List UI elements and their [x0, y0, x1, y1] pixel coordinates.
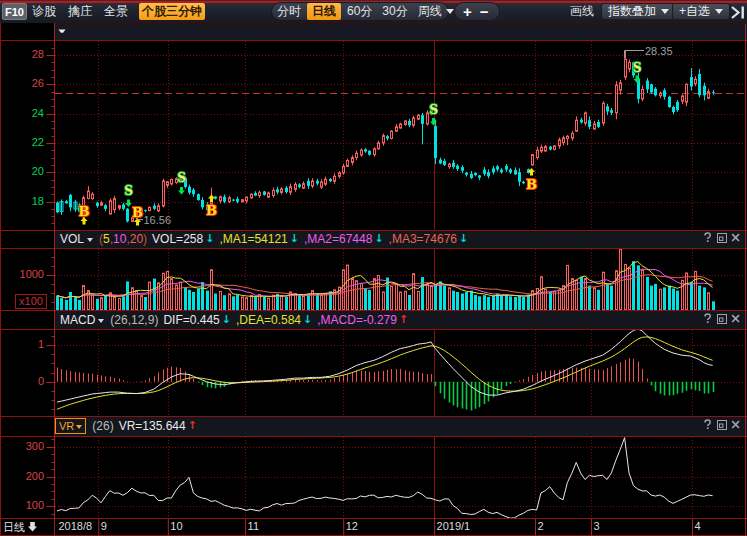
indicator-value: ,DEA=0.584 [236, 313, 301, 327]
price-annotation: 16.56 [144, 214, 172, 226]
sell-signal-letter: S [429, 103, 438, 117]
trend-arrow-icon: ↑ [188, 419, 197, 432]
buy-signal-letter: B [79, 204, 90, 219]
help-icon[interactable] [703, 315, 713, 326]
chevron-down-icon [98, 319, 104, 323]
date-axis-label: 4 [695, 520, 701, 532]
volume-unit-label: x100 [15, 294, 47, 309]
top-toolbar: F10 诊股 擒庄 全景 个股三分钟 分时 日线 60分 30分 周线 + − … [0, 0, 747, 23]
vol-pane-icons [699, 232, 741, 245]
vr-axis-label: 300 [14, 440, 44, 452]
sell-signal-letter: S [124, 184, 133, 198]
price-axis-label: 24 [14, 107, 44, 119]
close-icon[interactable] [731, 234, 741, 245]
price-annotation: 28.35 [645, 45, 673, 57]
chart-canvas: BSBSBSBS [0, 0, 747, 536]
date-axis-label: 2 [538, 520, 544, 532]
date-axis-label: 12 [346, 520, 358, 532]
macd-axis-label: 1 [14, 338, 44, 350]
zoom-in-button[interactable]: + [455, 3, 476, 20]
macd-axis-label: 0 [14, 375, 44, 387]
arrow-down-icon [27, 521, 38, 532]
chevron-down-icon [76, 425, 82, 429]
buy-signal-letter: B [132, 205, 143, 220]
period-label: 日线 [3, 520, 38, 535]
trend-arrow-icon: ↓ [374, 232, 383, 245]
macd-pane-header: MACD(26,12,9)DIF=0.445↓,DEA=0.584↓,MACD=… [60, 312, 408, 328]
macd-pane-icons [699, 313, 741, 326]
maximize-icon[interactable] [717, 315, 727, 326]
price-axis-label: 28 [14, 48, 44, 60]
close-icon[interactable] [731, 421, 741, 432]
volume-axis-label: 1000 [14, 268, 44, 280]
menu-panorama[interactable]: 全景 [104, 3, 128, 20]
draw-line-button[interactable]: 画线 [570, 3, 594, 20]
trend-arrow-icon: ↓ [222, 313, 231, 326]
chevron-down-icon [661, 9, 669, 14]
indicator-value: ,MA3=74676 [389, 232, 457, 246]
date-axis-label: 2018/8 [59, 520, 93, 532]
vr-axis-label: 200 [14, 470, 44, 482]
indicator-params: 5 [103, 232, 110, 246]
tab-60min[interactable]: 60分 [342, 3, 377, 20]
tab-daily-kline[interactable]: 日线 [307, 3, 341, 20]
vol-pane-header: VOL(5,10,20)VOL=258↓,MA1=54121↓,MA2=6744… [60, 231, 468, 247]
trend-arrow-icon: ↓ [303, 313, 312, 326]
indicator-value: ,MA1=54121 [219, 232, 287, 246]
help-icon[interactable] [703, 421, 713, 432]
trend-arrow-icon: ↑ [399, 313, 408, 326]
menu-capture-banker[interactable]: 擒庄 [68, 3, 92, 20]
indicator-params: ) [143, 232, 147, 246]
indicator-value: ,MACD=-0.279 [317, 313, 397, 327]
vr-pane-header: VR(26)VR=135.644↑ [55, 418, 197, 434]
indicator-params: 10 [113, 232, 126, 246]
vr-pane-icons [699, 419, 741, 432]
indicator-selector[interactable]: VOL [60, 232, 84, 246]
indicator-value: ,MA2=67448 [304, 232, 372, 246]
buy-signal-letter: B [526, 177, 537, 192]
date-axis-label: 10 [170, 520, 182, 532]
add-watchlist-button[interactable]: +自选 [672, 3, 730, 20]
skip-to-end-icon[interactable] [730, 5, 746, 20]
sell-signal-letter: S [177, 171, 186, 185]
tab-minute-chart[interactable]: 分时 [272, 3, 306, 20]
f10-button[interactable]: F10 [2, 3, 27, 20]
indicator-value: VOL=258 [152, 232, 203, 246]
period-switcher: 分时 日线 60分 30分 周线 [271, 2, 449, 21]
sell-signal-letter: S [633, 61, 642, 75]
index-overlay-button[interactable]: 指数叠加 [601, 3, 676, 20]
help-icon[interactable] [703, 234, 713, 245]
indicator-params: 20 [130, 232, 143, 246]
tab-weekly[interactable]: 周线 [413, 3, 459, 20]
price-axis-label: 22 [14, 136, 44, 148]
trend-arrow-icon: ↓ [205, 232, 214, 245]
close-icon[interactable] [731, 315, 741, 326]
indicator-params: (26,12,9) [110, 313, 158, 327]
price-axis-label: 20 [14, 165, 44, 177]
vr-axis-label: 100 [14, 499, 44, 511]
chevron-down-icon [446, 9, 454, 14]
trend-arrow-icon: ↓ [290, 232, 299, 245]
stock-3min-button[interactable]: 个股三分钟 [139, 3, 205, 20]
menu-diagnose-stock[interactable]: 诊股 [32, 3, 56, 20]
date-axis-label: 9 [101, 520, 107, 532]
date-axis-label: 2019/1 [437, 520, 471, 532]
indicator-selector[interactable]: MACD [60, 313, 95, 327]
chevron-down-icon [715, 9, 723, 14]
trend-arrow-icon: ↓ [459, 232, 468, 245]
stock-chart-app: BSBSBSBS F10 诊股 擒庄 全景 个股三分钟 分时 日线 60分 30… [0, 0, 747, 536]
chevron-down-icon [87, 238, 93, 242]
maximize-icon[interactable] [717, 234, 727, 245]
price-axis-label: 18 [14, 195, 44, 207]
date-axis-label: 3 [594, 520, 600, 532]
zoom-out-button[interactable]: − [476, 3, 497, 20]
indicator-params: (26) [92, 419, 113, 433]
buy-signal-letter: B [206, 203, 217, 218]
maximize-icon[interactable] [717, 421, 727, 432]
tab-30min[interactable]: 30分 [377, 3, 412, 20]
date-axis-label: 11 [248, 520, 259, 532]
zoom-pill: + − [454, 2, 500, 21]
indicator-selector[interactable]: VR [55, 418, 86, 434]
indicator-value: VR=135.644 [119, 419, 186, 433]
indicator-value: DIF=0.445 [163, 313, 219, 327]
